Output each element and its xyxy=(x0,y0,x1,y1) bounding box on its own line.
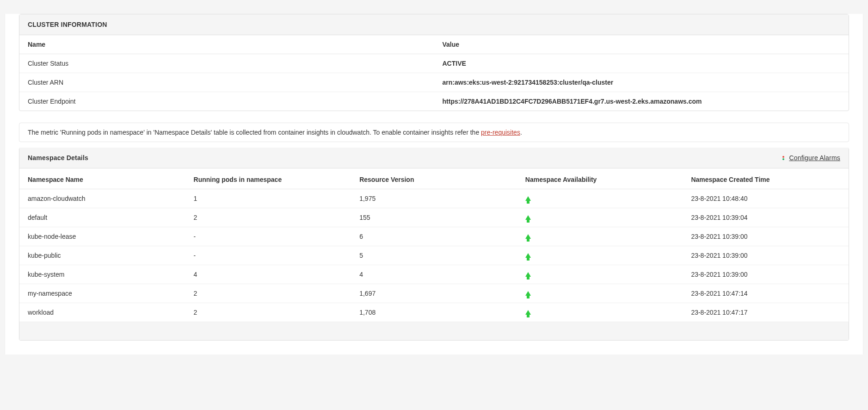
ns-cell-created: 23-8-2021 10:48:40 xyxy=(683,189,849,208)
ns-cell-name: kube-node-lease xyxy=(19,227,185,246)
note-box: The metric 'Running pods in namespace' i… xyxy=(19,123,849,142)
ns-col-created: Namespace Created Time xyxy=(683,168,849,189)
ns-cell-version: 4 xyxy=(351,265,517,284)
arrow-up-icon xyxy=(525,310,531,315)
cluster-info-title: CLUSTER INFORMATION xyxy=(28,21,107,28)
namespace-details-panel: Namespace Details Configure Alarms Names… xyxy=(19,148,849,341)
ns-cell-created: 23-8-2021 10:39:00 xyxy=(683,246,849,265)
ns-cell-version: 5 xyxy=(351,246,517,265)
table-row: amazon-cloudwatch11,97523-8-2021 10:48:4… xyxy=(19,189,849,208)
namespace-details-header: Namespace Details Configure Alarms xyxy=(19,148,849,168)
ci-cell-name: Cluster Endpoint xyxy=(19,92,434,111)
ns-cell-availability xyxy=(517,265,683,284)
ns-cell-availability xyxy=(517,189,683,208)
note-text-before: The metric 'Running pods in namespace' i… xyxy=(28,129,481,136)
ci-cell-value: ACTIVE xyxy=(434,54,849,73)
ns-cell-version: 1,697 xyxy=(351,284,517,303)
svg-point-1 xyxy=(782,158,784,160)
ns-cell-pods: - xyxy=(185,246,351,265)
ns-cell-name: default xyxy=(19,208,185,227)
cluster-info-panel: CLUSTER INFORMATION Name Value Cluster S… xyxy=(19,14,849,111)
arrow-up-icon xyxy=(525,272,531,277)
ns-cell-pods: 4 xyxy=(185,265,351,284)
ci-cell-value: arn:aws:eks:us-west-2:921734158253:clust… xyxy=(434,73,849,92)
table-row: Cluster ARNarn:aws:eks:us-west-2:9217341… xyxy=(19,73,849,92)
ns-cell-pods: 2 xyxy=(185,208,351,227)
ci-col-name: Name xyxy=(19,35,434,54)
table-row: kube-node-lease-623-8-2021 10:39:00 xyxy=(19,227,849,246)
namespace-details-title: Namespace Details xyxy=(28,154,88,162)
pre-requisites-link[interactable]: pre-requisites xyxy=(481,129,520,136)
ns-cell-availability xyxy=(517,303,683,322)
ns-cell-name: amazon-cloudwatch xyxy=(19,189,185,208)
ci-col-value: Value xyxy=(434,35,849,54)
table-row: workload21,70823-8-2021 10:47:17 xyxy=(19,303,849,322)
ns-cell-availability xyxy=(517,284,683,303)
ns-cell-pods: - xyxy=(185,227,351,246)
ns-cell-version: 1,975 xyxy=(351,189,517,208)
ns-cell-created: 23-8-2021 10:39:00 xyxy=(683,265,849,284)
arrow-up-icon xyxy=(525,234,531,239)
ns-cell-version: 1,708 xyxy=(351,303,517,322)
page-container: CLUSTER INFORMATION Name Value Cluster S… xyxy=(5,14,863,354)
table-footer-gap xyxy=(19,322,849,340)
ns-cell-version: 155 xyxy=(351,208,517,227)
ns-cell-created: 23-8-2021 10:47:14 xyxy=(683,284,849,303)
ns-cell-created: 23-8-2021 10:39:04 xyxy=(683,208,849,227)
cluster-info-header: CLUSTER INFORMATION xyxy=(19,14,849,35)
ns-cell-name: kube-public xyxy=(19,246,185,265)
ns-col-pods: Running pods in namespace xyxy=(185,168,351,189)
ns-cell-availability xyxy=(517,208,683,227)
arrow-up-icon xyxy=(525,291,531,296)
ci-cell-value: https://278A41AD1BD12C4FC7D296ABB5171EF4… xyxy=(434,92,849,111)
namespace-table: Namespace Name Running pods in namespace… xyxy=(19,168,849,322)
ci-cell-name: Cluster Status xyxy=(19,54,434,73)
ns-cell-created: 23-8-2021 10:39:00 xyxy=(683,227,849,246)
table-row: my-namespace21,69723-8-2021 10:47:14 xyxy=(19,284,849,303)
table-row: kube-system4423-8-2021 10:39:00 xyxy=(19,265,849,284)
arrow-up-icon xyxy=(525,253,531,258)
ns-cell-name: my-namespace xyxy=(19,284,185,303)
table-row: Cluster Endpointhttps://278A41AD1BD12C4F… xyxy=(19,92,849,111)
table-row: Cluster StatusACTIVE xyxy=(19,54,849,73)
ns-cell-availability xyxy=(517,227,683,246)
configure-alarms-icon xyxy=(781,155,786,161)
table-row: kube-public-523-8-2021 10:39:00 xyxy=(19,246,849,265)
ns-cell-pods: 2 xyxy=(185,303,351,322)
configure-alarms-link[interactable]: Configure Alarms xyxy=(789,154,840,162)
ns-cell-pods: 1 xyxy=(185,189,351,208)
table-row: default215523-8-2021 10:39:04 xyxy=(19,208,849,227)
cluster-info-table: Name Value Cluster StatusACTIVECluster A… xyxy=(19,35,849,111)
ci-cell-name: Cluster ARN xyxy=(19,73,434,92)
ns-col-availability: Namespace Availability xyxy=(517,168,683,189)
note-text-after: . xyxy=(520,129,522,136)
ns-cell-created: 23-8-2021 10:47:17 xyxy=(683,303,849,322)
ns-cell-version: 6 xyxy=(351,227,517,246)
ns-col-name: Namespace Name xyxy=(19,168,185,189)
svg-point-0 xyxy=(782,156,784,158)
ns-cell-pods: 2 xyxy=(185,284,351,303)
ns-col-version: Resource Version xyxy=(351,168,517,189)
arrow-up-icon xyxy=(525,215,531,220)
arrow-up-icon xyxy=(525,196,531,201)
ns-cell-name: kube-system xyxy=(19,265,185,284)
ns-cell-name: workload xyxy=(19,303,185,322)
ns-cell-availability xyxy=(517,246,683,265)
